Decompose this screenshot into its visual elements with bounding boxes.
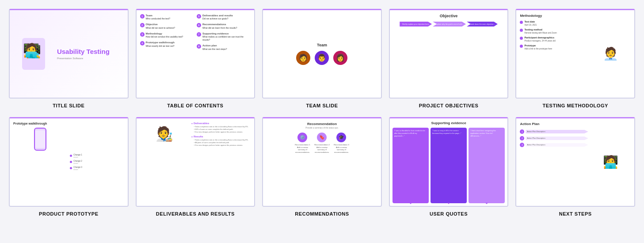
- slide-label-deliverables: DELIVERABLES AND RESULTS: [156, 211, 235, 216]
- slide-thumb-deliverables[interactable]: 🧑‍🎨 Deliverables • Tasks completion rate…: [136, 117, 255, 207]
- slide-item-title[interactable]: 🧑‍💻 Usability Testing Presentation Softw…: [9, 9, 129, 108]
- toc-col2: 5Deliverables and resultsDid we achieve …: [197, 14, 251, 94]
- slide-thumb-title[interactable]: 🧑‍💻 Usability Testing Presentation Softw…: [9, 9, 129, 99]
- slide-thumb-prototype[interactable]: Prototype walkthrough Change 1details Ch…: [9, 117, 129, 207]
- toc-col1: 1TeamWho conducted the test? 2ObjectiveW…: [140, 14, 194, 94]
- rec-card-1: ⚙️ Recommendation 1Add a concise summary…: [294, 133, 310, 153]
- slide-item-objectives[interactable]: Objective Briefly explain your objective…: [389, 9, 509, 108]
- step-2: 2 Action Plan Description: [520, 136, 588, 140]
- change-1: Change 1details: [70, 154, 124, 158]
- recommendations-subtitle: Provide a summary of the status quo.: [305, 127, 339, 129]
- slide-thumb-team[interactable]: Team 🧑 👨 👩: [262, 9, 382, 99]
- slide-thumb-toc[interactable]: 1TeamWho conducted the test? 2ObjectiveW…: [136, 9, 255, 99]
- slide-label-prototype: PRODUCT PROTOTYPE: [39, 211, 98, 216]
- slide-item-team[interactable]: Team 🧑 👨 👩 TEAM SLIDE: [262, 9, 382, 108]
- rec-card-3: 🎓 Recommendation 3Add a concise summary …: [333, 133, 349, 153]
- slide-item-nextsteps[interactable]: Action Plan 1 Action Plan Description 2 …: [515, 117, 635, 216]
- quote-3: "I had a hard time navigating the applic…: [469, 128, 505, 203]
- avatar-1: 🧑: [296, 51, 310, 65]
- title-illustration: 🧑‍💻: [22, 38, 45, 70]
- arrow-2: Explain why the goal is more bold...: [433, 22, 466, 27]
- deliverables-heading: Deliverables: [191, 122, 251, 125]
- arrow-3: Break down the main objective...: [467, 22, 498, 27]
- slide-label-quotes: USER QUOTES: [430, 211, 468, 216]
- rec-icon-3: 🎓: [336, 133, 346, 142]
- nextsteps-title: Action Plan: [520, 122, 588, 126]
- slide-label-title: TITLE SLIDE: [53, 103, 84, 108]
- title-slide-heading: Usability Testing: [57, 48, 124, 56]
- slide-item-toc[interactable]: 1TeamWho conducted the test? 2ObjectiveW…: [136, 9, 255, 108]
- methodology-title: Methodology: [520, 14, 588, 18]
- change-2: Change 2details: [70, 160, 124, 164]
- slide-label-objectives: PROJECT OBJECTIVES: [419, 103, 479, 108]
- slide-grid: 🧑‍💻 Usability Testing Presentation Softw…: [9, 9, 635, 216]
- arrow-1: Briefly explain your objective here.: [400, 22, 432, 27]
- nextsteps-illustration: 🧑‍💻: [603, 155, 618, 169]
- quote-1: "I was so thankful for how needed to be …: [392, 128, 429, 203]
- slide-label-toc: TABLE OF CONTENTS: [167, 103, 223, 108]
- slide-label-nextsteps: NEXT STEPS: [559, 211, 592, 216]
- rec-icon-2: 🔖: [317, 133, 327, 142]
- recommendations-cards: ⚙️ Recommendation 1Add a concise summary…: [294, 133, 349, 153]
- slide-label-recommendations: RECOMMENDATIONS: [295, 211, 349, 216]
- title-slide-subtitle: Presentation Software: [57, 57, 124, 60]
- slide-item-prototype[interactable]: Prototype walkthrough Change 1details Ch…: [9, 117, 129, 216]
- avatar-2: 👨: [315, 51, 329, 65]
- slide-thumb-methodology[interactable]: Methodology Test dateApril 19, 2021 Test…: [515, 9, 635, 99]
- step-3: 3 Action Plan Description: [520, 143, 588, 147]
- results-heading: Results: [191, 135, 251, 138]
- deliverables-illustration: 🧑‍🎨: [140, 125, 189, 142]
- slide-thumb-objectives[interactable]: Objective Briefly explain your objective…: [389, 9, 509, 99]
- quote-2: "I was so easy to fill in the section be…: [431, 128, 467, 203]
- slide-item-deliverables[interactable]: 🧑‍🎨 Deliverables • Tasks completion rate…: [136, 117, 255, 216]
- slide-thumb-quotes[interactable]: Supporting evidence "I was so thankful f…: [389, 117, 509, 207]
- slide-item-quotes[interactable]: Supporting evidence "I was so thankful f…: [389, 117, 509, 216]
- prototype-phone: [34, 128, 46, 151]
- quotes-container: "I was so thankful for how needed to be …: [392, 128, 505, 203]
- step-1: 1 Action Plan Description: [520, 129, 588, 134]
- objectives-arrows: Briefly explain your objective here. Exp…: [393, 22, 504, 27]
- slide-thumb-nextsteps[interactable]: Action Plan 1 Action Plan Description 2 …: [515, 117, 635, 207]
- slide-item-methodology[interactable]: Methodology Test dateApril 19, 2021 Test…: [515, 9, 635, 108]
- team-avatars: 🧑 👨 👩: [296, 51, 347, 65]
- change-3: Change 3details: [70, 166, 124, 171]
- avatar-3: 👩: [333, 51, 347, 65]
- team-title: Team: [317, 43, 327, 47]
- quotes-title: Supporting evidence: [392, 121, 505, 125]
- slide-thumb-recommendations[interactable]: Recommendation Provide a summary of the …: [262, 117, 382, 207]
- recommendations-title: Recommendation: [307, 122, 337, 126]
- methodology-illustration: 🧑‍💼: [603, 46, 618, 61]
- slide-label-team: TEAM SLIDE: [306, 103, 338, 108]
- rec-icon-1: ⚙️: [297, 133, 307, 142]
- rec-card-2: 🔖 Recommendation 2Add a concise summary …: [314, 133, 330, 153]
- prototype-title: Prototype walkthrough: [13, 122, 67, 125]
- slide-item-recommendations[interactable]: Recommendation Provide a summary of the …: [262, 117, 382, 216]
- slide-label-methodology: TESTING METHODOLOGY: [542, 103, 608, 108]
- objectives-title: Objective: [393, 14, 504, 18]
